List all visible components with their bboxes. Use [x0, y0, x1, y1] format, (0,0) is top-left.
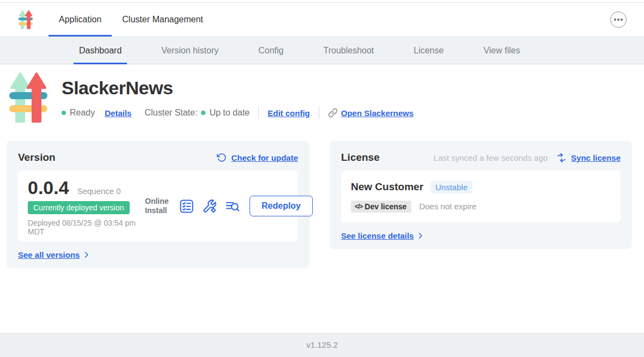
top-navigation: Application Cluster Management — [0, 3, 644, 37]
topnav-tabs: Application Cluster Management — [48, 3, 214, 37]
see-all-versions-label: See all versions — [18, 250, 80, 259]
divider — [258, 107, 259, 119]
tab-view-files[interactable]: View files — [483, 37, 520, 64]
refresh-icon — [217, 153, 227, 162]
slackernews-logo-icon — [18, 10, 33, 29]
deployed-timestamp: Deployed 08/15/25 @ 03:54 pm MDT — [28, 219, 145, 236]
tab-application[interactable]: Application — [48, 3, 112, 37]
app-sub-navigation: Dashboard Version history Config Trouble… — [0, 37, 644, 64]
install-type-label: Online Install — [145, 197, 171, 215]
version-card: Version Check for update 0.0.4 Sequence … — [7, 141, 309, 268]
open-app-link[interactable]: Open Slackernews — [328, 108, 414, 118]
tab-license-label: License — [414, 46, 443, 56]
cluster-state-value: Up to date — [209, 108, 250, 118]
tab-version-history-label: Version history — [161, 46, 218, 56]
view-logs-icon[interactable] — [225, 199, 240, 214]
see-all-versions-link[interactable]: See all versions — [18, 250, 90, 259]
app-icon — [8, 71, 48, 124]
license-card: License Last synced a few seconds ago Sy… — [330, 141, 632, 249]
tab-dashboard-label: Dashboard — [79, 46, 121, 56]
link-chain-icon — [328, 108, 338, 118]
license-card-title: License — [341, 152, 380, 164]
config-wrench-icon[interactable] — [202, 199, 217, 214]
cluster-state-dot — [201, 111, 205, 115]
tab-config[interactable]: Config — [258, 37, 283, 64]
sync-license-link[interactable]: Sync license — [571, 153, 621, 162]
tab-application-label: Application — [59, 15, 101, 25]
code-icon: </> — [355, 203, 362, 210]
customer-name: New Customer — [351, 181, 423, 193]
page-title: SlackerNews — [62, 77, 414, 99]
license-type-badge: </> Dev license — [351, 201, 411, 213]
currently-deployed-badge: Currently deployed version — [28, 201, 130, 214]
channel-badge: Unstable — [430, 181, 472, 193]
app-logo[interactable] — [18, 3, 33, 37]
cluster-state-label: Cluster State: — [144, 108, 197, 118]
tab-license[interactable]: License — [414, 37, 443, 64]
app-header: SlackerNews Ready Details Cluster State:… — [8, 71, 414, 124]
sequence-label: Sequence 0 — [77, 186, 121, 196]
version-card-title: Version — [18, 152, 56, 164]
license-summary-panel: New Customer Unstable </> Dev license Do… — [341, 171, 621, 222]
tab-troubleshoot-label: Troubleshoot — [323, 46, 374, 56]
preflight-checks-icon[interactable] — [179, 199, 194, 214]
ready-status-label: Ready — [70, 108, 95, 118]
license-type-label: Dev license — [364, 202, 406, 211]
see-license-details-link[interactable]: See license details — [341, 231, 424, 240]
license-expiry-text: Does not expire — [419, 202, 476, 211]
redeploy-button[interactable]: Redeploy — [250, 196, 313, 216]
tab-troubleshoot[interactable]: Troubleshoot — [323, 37, 374, 64]
chevron-right-icon — [82, 251, 90, 259]
tab-version-history[interactable]: Version history — [161, 37, 218, 64]
footer: v1.125.2 — [0, 332, 644, 357]
edit-config-link[interactable]: Edit config — [268, 108, 310, 118]
tab-cluster-management-label: Cluster Management — [122, 15, 203, 25]
app-status-row: Ready Details Cluster State: Up to date … — [62, 107, 414, 119]
tab-cluster-management[interactable]: Cluster Management — [112, 3, 214, 37]
tab-dashboard[interactable]: Dashboard — [79, 37, 121, 64]
last-synced-text: Last synced a few seconds ago — [434, 153, 548, 162]
tab-view-files-label: View files — [483, 46, 520, 56]
details-link[interactable]: Details — [105, 108, 131, 118]
ellipsis-icon — [614, 19, 616, 21]
tab-config-label: Config — [258, 46, 283, 56]
current-version-panel: 0.0.4 Sequence 0 Currently deployed vers… — [18, 171, 298, 241]
open-app-link-label: Open Slackernews — [341, 108, 414, 118]
chevron-right-icon — [416, 232, 424, 240]
version-number: 0.0.4 — [28, 177, 69, 198]
check-for-update-link[interactable]: Check for update — [231, 153, 298, 162]
sync-arrows-icon — [556, 153, 567, 163]
see-license-details-label: See license details — [341, 231, 414, 240]
divider — [319, 107, 319, 119]
ellipsis-icon — [621, 19, 623, 21]
ellipsis-icon — [617, 19, 619, 21]
console-version-text: v1.125.2 — [306, 340, 338, 349]
overflow-menu-button[interactable] — [610, 11, 627, 28]
ready-status-dot — [62, 111, 66, 115]
